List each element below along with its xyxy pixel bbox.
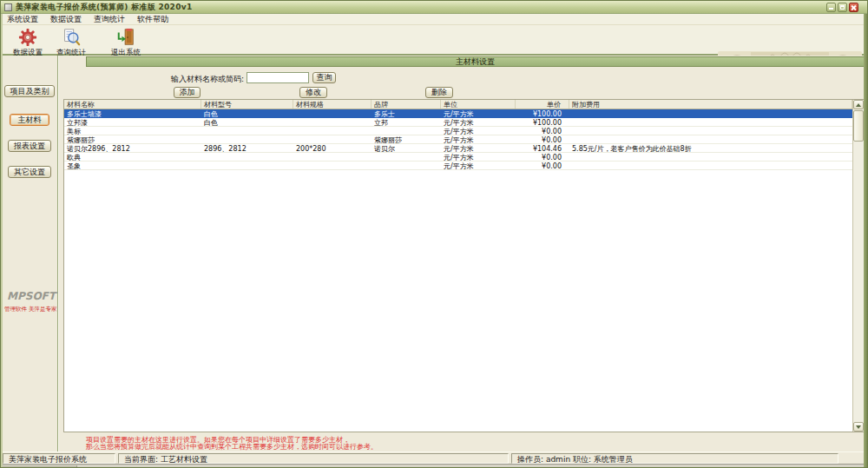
delete-button[interactable]: 删除 (425, 87, 453, 98)
cell-brand (372, 127, 441, 135)
mpsoft-logo: MPSOFT (7, 290, 56, 302)
menu-query-stats[interactable]: 查询统计 (88, 14, 131, 25)
cell-model: 2896、2812 (201, 144, 293, 152)
vertical-scrollbar[interactable] (852, 100, 864, 432)
cell-material-name: 圣象 (64, 161, 201, 169)
table-row[interactable]: 欧典 元/平方米 ¥0.00 (64, 153, 852, 161)
materials-table-body: 材料名称 材料型号 材料规格 品牌 单位 单价 附加费用 多乐士墙漆 白色 多乐… (64, 100, 852, 432)
cell-spec (293, 135, 372, 143)
cell-extra-fee (569, 135, 852, 143)
status-operator: 操作员: admin 职位: 系统管理员 (511, 453, 838, 464)
cell-material-name: 美标 (64, 127, 201, 135)
table-header-row: 材料名称 材料型号 材料规格 品牌 单位 单价 附加费用 (64, 100, 852, 109)
titlebar: 美萍家装电子报价系统(预算师) 标准版 2020v1 (1, 1, 867, 14)
col-unit[interactable]: 单位 (441, 100, 516, 109)
cell-unit-price: ¥0.00 (516, 161, 569, 169)
col-brand[interactable]: 品牌 (372, 100, 441, 109)
status-current-view: 当前界面: 工艺材料设置 (118, 453, 509, 464)
sidebar-item-other-settings[interactable]: 其它设置 (8, 166, 51, 178)
scroll-down-icon[interactable] (853, 422, 864, 432)
cell-extra-fee (569, 153, 852, 161)
maximize-button[interactable] (838, 3, 847, 12)
menu-system-settings[interactable]: 系统设置 (1, 14, 44, 25)
sidebar-item-projects-categories[interactable]: 项目及类别 (4, 85, 55, 97)
taskbar-strip (1, 464, 867, 468)
col-spec[interactable]: 材料规格 (293, 100, 372, 109)
cell-extra-fee (569, 161, 852, 169)
toolbar-query-stats-button[interactable]: 查询统计 (49, 27, 93, 58)
settings-gear-icon (18, 28, 37, 47)
window-border-left (1, 14, 3, 467)
table-row[interactable]: 美标 元/平方米 ¥0.00 (64, 127, 852, 135)
toolbar: 数据设置 查询统计 (1, 25, 867, 56)
table-row[interactable]: 圣象 元/平方米 ¥0.00 (64, 161, 852, 170)
cell-model (201, 135, 293, 143)
menubar: 系统设置 数据设置 查询统计 软件帮助 (1, 14, 867, 25)
toolbar-exit-button[interactable]: 退出系统 (104, 27, 148, 58)
cell-unit-price: ¥0.00 (516, 135, 569, 143)
cell-unit: 元/平方米 (441, 135, 516, 143)
cell-model (201, 127, 293, 135)
close-button[interactable] (849, 3, 858, 12)
cell-unit-price: ¥100.00 (516, 109, 569, 117)
search-label: 输入材料名称或简码: (86, 74, 244, 85)
menu-data-settings[interactable]: 数据设置 (44, 14, 88, 25)
table-row[interactable]: 立邦漆 白色 立邦 元/平方米 ¥100.00 (64, 118, 852, 127)
logo-slogan: 管理软件 美萍是专家 (4, 306, 57, 313)
cell-brand: 立邦 (372, 118, 441, 126)
app-window: 美萍家装电子报价系统(预算师) 标准版 2020v1 系统设置 数据设置 查询统… (0, 0, 868, 468)
cell-unit: 元/平方米 (441, 109, 516, 117)
cell-spec: 200*280 (293, 144, 372, 152)
cell-material-name: 紫娜丽莎 (64, 135, 201, 143)
app-icon (4, 3, 12, 11)
cell-extra-fee (569, 109, 852, 117)
table-row[interactable]: 紫娜丽莎 紫娜丽莎 元/平方米 ¥0.00 (64, 135, 852, 144)
table-row[interactable]: 多乐士墙漆 白色 多乐士 元/平方米 ¥100.00 (64, 109, 852, 118)
menu-software-help[interactable]: 软件帮助 (131, 14, 174, 25)
minimize-button[interactable] (826, 3, 836, 12)
table-row[interactable]: 诺贝尔2896、2812 2896、2812 200*280 诺贝尔 元/平方米… (64, 144, 852, 153)
query-button[interactable]: 查询 (312, 72, 336, 83)
panel-title: 主材料设置 (86, 56, 865, 67)
cell-material-name: 欧典 (64, 153, 201, 161)
cell-unit: 元/平方米 (441, 161, 516, 169)
cell-brand: 紫娜丽莎 (372, 135, 441, 143)
cell-unit-price: ¥100.00 (516, 118, 569, 126)
hint-text-line2: 那么当您将预算做完后就能从统计中查询到某个工程共需要多少主材，选购时间可以进行参… (86, 442, 378, 452)
cell-material-name: 诺贝尔2896、2812 (64, 144, 201, 152)
cell-extra-fee: 5.85元/片，老客户售价为此价基础8折 (569, 144, 852, 152)
cell-extra-fee (569, 127, 852, 135)
add-button[interactable]: 添加 (174, 87, 201, 98)
window-controls (826, 3, 858, 12)
cell-brand: 多乐士 (372, 109, 441, 117)
cell-spec (293, 118, 372, 126)
toolbar-data-settings-button[interactable]: 数据设置 (6, 27, 49, 58)
cell-spec (293, 153, 372, 161)
cell-extra-fee (569, 118, 852, 126)
cell-unit: 元/平方米 (441, 118, 516, 126)
cell-model (201, 161, 293, 169)
sidebar-item-report-settings[interactable]: 报表设置 (8, 140, 51, 152)
material-search-input[interactable] (247, 72, 309, 83)
col-model[interactable]: 材料型号 (201, 100, 293, 109)
window-title: 美萍家装电子报价系统(预算师) 标准版 2020v1 (16, 2, 192, 13)
cell-model: 白色 (201, 118, 293, 126)
edit-button[interactable]: 修改 (299, 87, 327, 98)
materials-table: 材料名称 材料型号 材料规格 品牌 单位 单价 附加费用 多乐士墙漆 白色 多乐… (63, 99, 865, 432)
sidebar-item-main-materials[interactable]: 主材料 (10, 114, 49, 126)
col-material-name[interactable]: 材料名称 (64, 100, 201, 109)
query-stats-icon (62, 28, 81, 47)
cell-spec (293, 127, 372, 135)
cell-unit-price: ¥0.00 (516, 127, 569, 135)
cell-material-name: 立邦漆 (64, 118, 201, 126)
cell-brand (372, 161, 441, 169)
cell-unit: 元/平方米 (441, 153, 516, 161)
scroll-up-icon[interactable] (853, 100, 864, 109)
scrollbar-thumb[interactable] (853, 110, 864, 142)
content-area: 项目及类别 主材料 报表设置 其它设置 MPSOFT 管理软件 美萍是专家 主材… (1, 56, 867, 452)
col-unit-price[interactable]: 单价 (516, 100, 569, 109)
col-extra-fee[interactable]: 附加费用 (569, 100, 852, 109)
sidebar-divider (57, 56, 58, 452)
cell-spec (293, 109, 372, 117)
statusbar: 美萍家装电子报价系统 当前界面: 工艺材料设置 操作员: admin 职位: 系… (1, 452, 867, 464)
